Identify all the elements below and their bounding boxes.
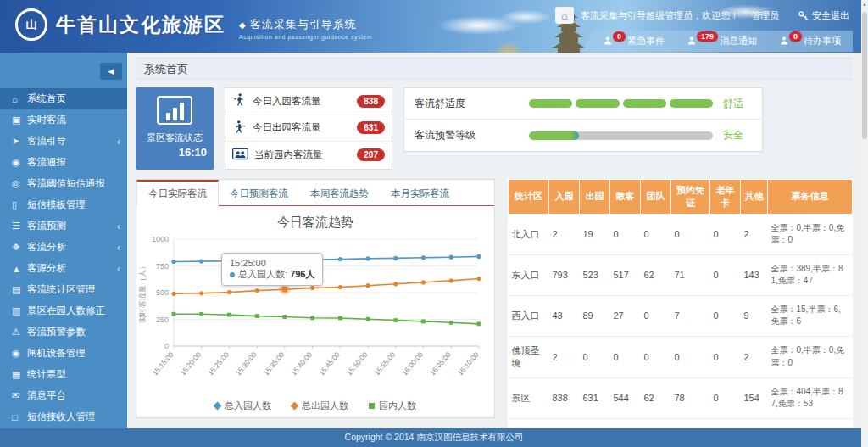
sidebar-item-12[interactable]: ◉闸机设备管理 bbox=[0, 343, 127, 364]
tab-1[interactable]: 今日预测客流 bbox=[219, 180, 299, 206]
forecast-icon: ☰ bbox=[12, 221, 27, 232]
welcome-text: 客流采集与引导超级管理员，欢迎您！ bbox=[581, 9, 739, 22]
table-header-cell: 出园 bbox=[580, 180, 610, 215]
tab-2[interactable]: 本周客流趋势 bbox=[299, 180, 380, 206]
table-cell: 27 bbox=[610, 295, 641, 336]
chart-legend: 总入园人数总出园人数园内人数 bbox=[136, 400, 494, 412]
page-scrollbar[interactable]: ▲ bbox=[861, 0, 868, 447]
table-cell: 143 bbox=[741, 254, 768, 295]
stat-label: 今日出园客流量 bbox=[253, 121, 351, 134]
table-cell: 全票：0,半票：0,免票：0 bbox=[768, 418, 853, 428]
analysis-icon: ❖ bbox=[12, 242, 27, 253]
legend-item-2[interactable]: 园内人数 bbox=[369, 400, 416, 412]
table-cell: 2 bbox=[549, 336, 580, 377]
table-cell: 0 bbox=[710, 377, 741, 418]
sidebar-item-label: 客源分析 bbox=[27, 262, 117, 275]
tooltip-value: 总入园人数: 796人 bbox=[230, 268, 314, 281]
chevron-left-icon: ‹ bbox=[117, 263, 120, 275]
comfort-segments-bar bbox=[529, 99, 713, 108]
legend-item-1[interactable]: 总出园人数 bbox=[292, 400, 348, 412]
stat-row-2: 当前园内客流量207 bbox=[225, 142, 392, 169]
sidebar-item-label: 消息平台 bbox=[27, 389, 120, 402]
scrollbar-thumb[interactable] bbox=[862, 12, 867, 139]
sidebar-item-8[interactable]: ▲客源分析‹ bbox=[0, 258, 127, 279]
quick-item-0[interactable]: 0紧急事件 bbox=[603, 35, 665, 47]
svg-text:15:25:00: 15:25:00 bbox=[206, 350, 231, 377]
main-content: 系统首页 景区客流状态 16:10 今日入园客流量838今日出园客流量631当前… bbox=[127, 53, 861, 428]
table-row: 北入口21900002全票：0,半票：0,免票：0 bbox=[509, 214, 853, 254]
line-chart[interactable]: 0250500750100015:15:0015:20:0015:25:0015… bbox=[136, 232, 494, 398]
sidebar-item-3[interactable]: ◉客流通报 bbox=[0, 152, 127, 173]
quick-item-label: 待办事项 bbox=[804, 35, 841, 47]
sidebar-item-15[interactable]: □短信接收人管理 bbox=[0, 406, 127, 427]
quick-item-2[interactable]: 0待办事项 bbox=[779, 35, 841, 47]
tab-3[interactable]: 本月实际客流 bbox=[380, 180, 460, 206]
tab-0[interactable]: 今日实际客流 bbox=[136, 180, 219, 206]
table-cell: 0 bbox=[671, 418, 710, 428]
svg-text:16:10:00: 16:10:00 bbox=[456, 350, 481, 377]
table-cell: 78 bbox=[671, 377, 710, 418]
sidebar-item-13[interactable]: ▦统计票型 bbox=[0, 364, 127, 385]
table-cell: 71 bbox=[671, 254, 710, 295]
building-icon: ⌂ bbox=[555, 7, 574, 24]
table-cell: 62 bbox=[641, 377, 671, 418]
table-cell: 19 bbox=[580, 214, 610, 254]
table-cell: 62 bbox=[641, 254, 671, 295]
current-user[interactable]: 管理员 bbox=[751, 9, 779, 22]
copyright-text: Copyright © 2014 南京汉图信息技术有限公司 bbox=[345, 432, 524, 444]
table-cell: 北入口 bbox=[509, 214, 549, 254]
table-cell: 佛顶寺 bbox=[509, 418, 549, 428]
table-cell: 全票：0,半票：0,免票：0 bbox=[768, 214, 853, 254]
legend-item-0[interactable]: 总入园人数 bbox=[214, 400, 271, 412]
sidebar-item-14[interactable]: ✉消息平台 bbox=[0, 385, 127, 406]
stat-label: 今日入园客流量 bbox=[253, 95, 351, 108]
sidebar-item-1[interactable]: ▣实时客流 bbox=[0, 109, 127, 131]
tooltip-time: 15:25:00 bbox=[230, 258, 314, 268]
warning-level-bar bbox=[529, 131, 713, 140]
sidebar-item-0[interactable]: ⌂系统首页 bbox=[0, 88, 127, 109]
quick-item-1[interactable]: 179消息通知 bbox=[687, 35, 757, 47]
sidebar-item-label: 客流预测 bbox=[27, 220, 117, 232]
sidebar-item-10[interactable]: ▥景区在园人数修正 bbox=[0, 300, 127, 321]
gauge-card: 客流舒适度舒适客流预警等级安全 bbox=[403, 87, 763, 152]
table-cell: 0 bbox=[580, 418, 610, 428]
sidebar-item-6[interactable]: ☰客流预测‹ bbox=[0, 215, 127, 237]
chevron-left-icon: ‹ bbox=[117, 221, 120, 232]
gauge-label: 客流舒适度 bbox=[415, 97, 529, 111]
megaphone-icon: ◆ bbox=[239, 20, 247, 30]
sidebar-item-label: 短信接收人管理 bbox=[27, 411, 120, 423]
table-header-cell: 入园 bbox=[549, 180, 580, 215]
sidebar-item-label: 统计票型 bbox=[27, 368, 120, 381]
sidebar-item-label: 实时客流 bbox=[27, 114, 120, 126]
sidebar-item-label: 客流引导 bbox=[27, 135, 117, 148]
report-icon: ◉ bbox=[12, 157, 27, 168]
sidebar-item-11[interactable]: ⚠客流预警参数 bbox=[0, 321, 127, 343]
table-row: 东入口79352351762710143全票：389,半票：81,免票：47 bbox=[509, 254, 853, 295]
sidebar-item-2[interactable]: ➤客流引导‹ bbox=[0, 131, 127, 152]
system-name: ◆客流采集与引导系统 bbox=[239, 17, 372, 32]
zone-icon: ▤ bbox=[12, 284, 27, 295]
walk-in-icon bbox=[232, 92, 247, 109]
table-cell: 544 bbox=[610, 377, 641, 418]
chevron-left-icon: ‹ bbox=[117, 136, 120, 148]
sidebar-item-label: 客流统计区管理 bbox=[27, 283, 120, 296]
sidebar-item-5[interactable]: ▯短信模板管理 bbox=[0, 194, 127, 215]
sidebar-item-9[interactable]: ▤客流统计区管理 bbox=[0, 279, 127, 300]
logout-button[interactable]: 安全退出 bbox=[798, 9, 849, 22]
stat-label: 当前园内客流量 bbox=[254, 148, 351, 161]
table-cell: 0 bbox=[549, 418, 580, 428]
sidebar-collapse-button[interactable]: ◀ bbox=[100, 63, 122, 80]
table-cell: 景区 bbox=[509, 377, 549, 418]
sidebar-item-7[interactable]: ❖客流分析‹ bbox=[0, 237, 127, 258]
sidebar-item-4[interactable]: ◎客流阈值短信通报 bbox=[0, 173, 127, 194]
scroll-up-icon[interactable]: ▲ bbox=[861, 0, 868, 8]
table-row: 景区83863154462780154全票：404,半票：87,免票：53 bbox=[509, 377, 853, 418]
site-logo: 山 bbox=[15, 8, 47, 41]
stat-row-0: 今日入园客流量838 bbox=[225, 88, 392, 115]
scenic-flow-status-card: 景区客流状态 16:10 bbox=[136, 87, 214, 170]
table-cell: 0 bbox=[580, 336, 610, 377]
table-cell: 0 bbox=[641, 214, 671, 254]
table-cell: 0 bbox=[641, 418, 671, 428]
sidebar-item-label: 客流分析 bbox=[27, 241, 117, 254]
table-cell: 西入口 bbox=[509, 295, 549, 336]
